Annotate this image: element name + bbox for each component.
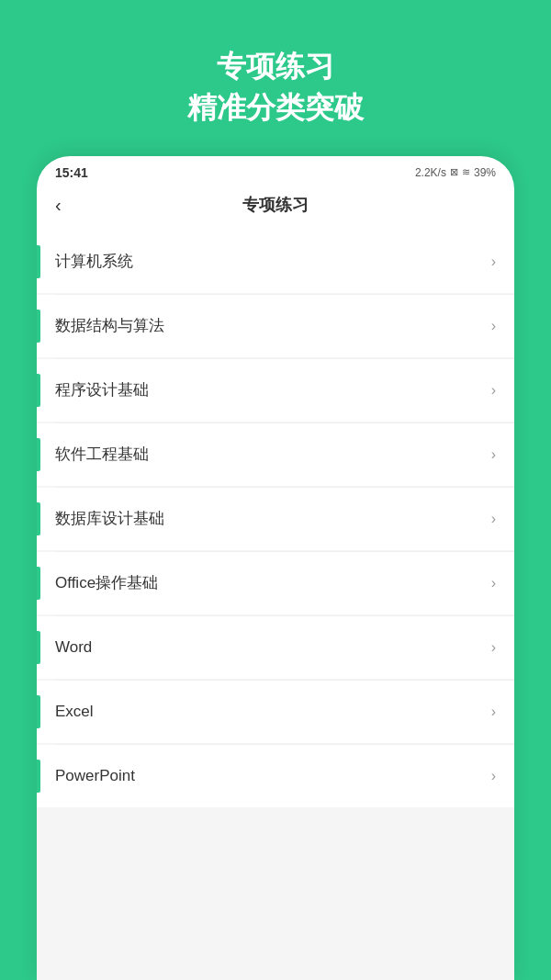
status-time: 15:41 [55,165,88,180]
nav-title: 专项练习 [242,194,309,216]
green-accent-bar [37,631,40,664]
green-accent-bar [37,310,40,343]
list-item-label: 数据结构与算法 [55,315,491,336]
chevron-right-icon: › [491,639,496,656]
status-bar: 15:41 2.2K/s ⊠ ≋ 39% [37,156,514,184]
green-accent-bar [37,245,40,278]
chevron-right-icon: › [491,318,496,334]
status-right-section: 2.2K/s ⊠ ≋ 39% [415,166,496,179]
header-section: 专项练习 精准分类突破 [169,0,382,156]
chevron-right-icon: › [491,382,496,399]
list-item[interactable]: Word› [37,616,514,679]
battery-percent: 39% [474,166,496,179]
chevron-right-icon: › [491,575,496,591]
back-button[interactable]: ‹ [55,191,69,220]
list-item-label: PowerPoint [55,767,491,785]
chevron-right-icon: › [491,511,496,527]
list-item[interactable]: 软件工程基础› [37,423,514,486]
header-line2: 精准分类突破 [187,91,364,124]
chevron-right-icon: › [491,768,496,784]
list-item-label: Excel [55,703,491,721]
chevron-right-icon: › [491,446,496,463]
list-item-label: 数据库设计基础 [55,508,491,529]
nav-bar: ‹ 专项练习 [37,184,514,231]
green-accent-bar [37,374,40,407]
phone-container: 15:41 2.2K/s ⊠ ≋ 39% ‹ 专项练习 计算机系统›数据结构与算… [37,156,514,980]
chevron-right-icon: › [491,253,496,270]
list-item[interactable]: Excel› [37,681,514,743]
list-item-label: 程序设计基础 [55,379,491,400]
chevron-right-icon: › [491,704,496,720]
list-item-label: Word [55,638,491,657]
list-item[interactable]: 程序设计基础› [37,359,514,422]
green-accent-bar [37,438,40,471]
battery-indicator: 39% [474,166,496,179]
green-accent-bar [37,502,40,535]
green-accent-bar [37,760,40,793]
list-item-label: 计算机系统 [55,251,491,272]
header-line1: 专项练习 [217,50,334,83]
list-container: 计算机系统›数据结构与算法›程序设计基础›软件工程基础›数据库设计基础›Offi… [37,231,514,980]
wifi-icon: ≋ [462,166,470,178]
list-item[interactable]: 数据结构与算法› [37,295,514,357]
network-speed: 2.2K/s [415,166,446,179]
green-accent-bar [37,695,40,728]
list-item[interactable]: 数据库设计基础› [37,488,514,550]
green-accent-bar [37,567,40,600]
signal-icon: ⊠ [450,166,458,178]
list-item-label: Office操作基础 [55,572,491,593]
list-item-label: 软件工程基础 [55,444,491,465]
list-item[interactable]: PowerPoint› [37,745,514,807]
list-item[interactable]: 计算机系统› [37,231,514,293]
list-item[interactable]: Office操作基础› [37,552,514,614]
